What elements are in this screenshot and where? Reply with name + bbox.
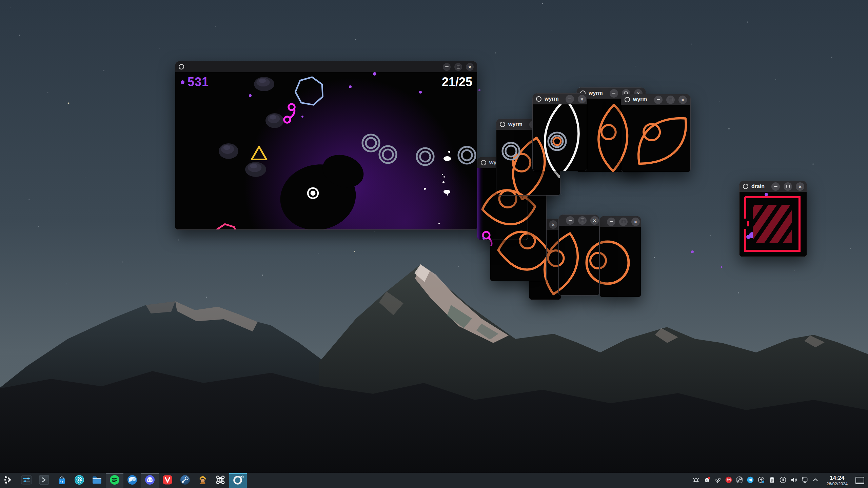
titlebar-wyrm-i[interactable]: ×: [600, 216, 641, 227]
maximize-button[interactable]: [666, 96, 675, 104]
tray-item-software-updates[interactable]: [757, 475, 765, 486]
close-button[interactable]: ×: [578, 95, 586, 103]
taskbar-item-app-launcher[interactable]: [0, 473, 18, 488]
minimize-icon: [568, 99, 571, 99]
minimize-button[interactable]: [771, 182, 780, 191]
minimize-button[interactable]: [566, 95, 574, 103]
minimize-button[interactable]: [610, 89, 618, 98]
app-launcher-icon: [3, 474, 15, 487]
minimize-icon: [657, 99, 660, 100]
taskbar-item-heroic-games[interactable]: [194, 473, 212, 488]
heroic-games-icon: [197, 474, 209, 487]
titlebar-drain[interactable]: drain×: [739, 181, 807, 192]
taskbar-item-thunderbird[interactable]: [123, 473, 141, 488]
taskbar-item-command-tool[interactable]: [212, 473, 229, 488]
minimize-button[interactable]: [566, 216, 574, 225]
taskbar-item-discord[interactable]: [141, 473, 159, 488]
close-icon: ×: [552, 222, 555, 227]
close-icon: ×: [580, 97, 584, 102]
drain-viewport[interactable]: [739, 192, 807, 257]
clock[interactable]: 14:24 26/02/2024: [822, 473, 852, 488]
system-settings-icon: [74, 474, 85, 487]
tray-item-mega[interactable]: [724, 475, 733, 486]
discord-tray-icon: [703, 476, 711, 485]
steam-icon: [179, 474, 191, 487]
discord-icon: [144, 474, 156, 487]
tray-item-notifications-bell[interactable]: [692, 475, 700, 486]
wyrm-window-icon: [500, 122, 505, 127]
window-game: ×: [175, 61, 477, 230]
minimize-icon: [774, 186, 777, 187]
game-world-canvas: [621, 105, 690, 172]
tray-item-plant-sketch[interactable]: [713, 475, 722, 486]
titlebar-wyrm-h[interactable]: ×: [559, 215, 599, 226]
show-desktop-button[interactable]: [852, 473, 868, 488]
close-button[interactable]: ×: [590, 216, 599, 225]
window-drain: drain×: [739, 181, 807, 257]
maximize-button[interactable]: [578, 216, 587, 225]
close-icon: ×: [468, 64, 471, 69]
maximize-button[interactable]: [784, 182, 792, 191]
tray-item-steam-tray[interactable]: [735, 475, 744, 486]
wyrm-game-icon: [232, 474, 244, 487]
tray-item-discord-tray[interactable]: [703, 475, 711, 486]
maximize-icon: [622, 220, 625, 223]
taskbar: 14:24 26/02/2024: [0, 473, 868, 488]
titlebar-wyrm-e[interactable]: wyrm×: [621, 94, 690, 105]
tray-item-clipboard[interactable]: [768, 475, 776, 486]
score-display: 531: [181, 75, 209, 89]
notifications-bell-icon: [692, 476, 700, 485]
display-network-icon: [801, 476, 808, 485]
minimize-button[interactable]: [443, 63, 451, 71]
taskbar-item-spotify[interactable]: [106, 473, 123, 488]
tray-item-media-pause[interactable]: [778, 475, 787, 486]
wyrm-viewport[interactable]: 531 21/25: [175, 72, 477, 229]
titlebar-game[interactable]: ×: [175, 61, 477, 72]
window-wyrm-d: wyrm×: [532, 93, 587, 171]
desktop: ×: [0, 0, 868, 488]
clipboard-icon: [768, 476, 776, 485]
maximize-icon: [786, 185, 790, 188]
game-world-canvas: [559, 226, 599, 295]
maximize-button[interactable]: [619, 218, 628, 226]
wyrm-viewport[interactable]: [559, 226, 599, 295]
taskbar-item-steam[interactable]: [176, 473, 194, 488]
tray-item-audio-volume[interactable]: [789, 475, 798, 486]
thunderbird-icon: [126, 474, 138, 487]
close-button[interactable]: ×: [796, 182, 804, 191]
close-button[interactable]: ×: [631, 218, 640, 226]
wyrm-window-icon: [536, 96, 541, 102]
minimize-button[interactable]: [654, 96, 663, 104]
system-tray: [689, 473, 822, 488]
taskbar-item-system-settings[interactable]: [71, 473, 88, 488]
close-icon: ×: [593, 218, 596, 223]
wyrm-viewport[interactable]: [621, 105, 690, 172]
close-button[interactable]: ×: [549, 220, 557, 229]
window-title: drain: [751, 183, 765, 189]
close-button[interactable]: ×: [678, 96, 687, 104]
plant-sketch-icon: [714, 476, 722, 485]
maximize-icon: [581, 219, 584, 222]
clock-date: 26/02/2024: [826, 482, 848, 486]
taskbar-item-wyrm-game[interactable]: [229, 473, 247, 488]
taskbar-item-vivaldi[interactable]: [159, 473, 176, 488]
taskbar-item-terminal[interactable]: [35, 473, 53, 488]
terminal-icon: [38, 474, 50, 487]
tray-item-telegram[interactable]: [746, 475, 754, 486]
close-button[interactable]: ×: [466, 63, 474, 71]
tray-item-display-network[interactable]: [800, 475, 809, 486]
window-title: wyrm: [508, 121, 522, 127]
taskbar-item-software-store[interactable]: [53, 473, 71, 488]
minimize-button[interactable]: [607, 218, 615, 226]
maximize-button[interactable]: [454, 63, 462, 71]
taskbar-item-settings-sliders[interactable]: [18, 473, 35, 488]
taskbar-item-file-manager[interactable]: [88, 473, 106, 488]
wyrm-viewport[interactable]: [600, 227, 641, 297]
minimize-icon: [569, 220, 572, 221]
media-pause-icon: [779, 476, 787, 485]
software-updates-icon: [757, 476, 765, 485]
titlebar-wyrm-d[interactable]: wyrm×: [533, 94, 587, 104]
window-title: wyrm: [589, 90, 603, 96]
wyrm-viewport[interactable]: [533, 104, 587, 171]
tray-item-tray-expand-chevron[interactable]: [811, 475, 820, 486]
